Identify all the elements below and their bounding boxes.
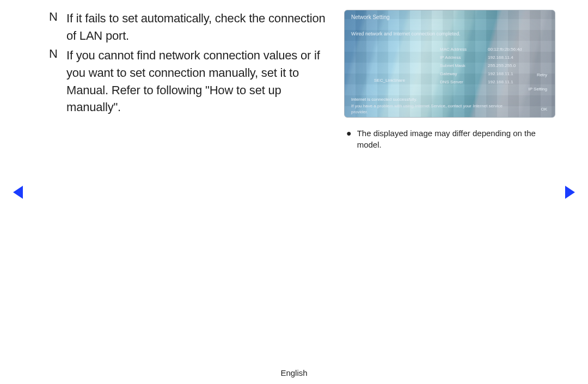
next-page-button[interactable] [564,185,576,202]
note-marker: N [49,10,66,45]
prev-page-button[interactable] [12,185,24,202]
screenshot-help-text: provider. [351,109,368,114]
table-row: Subnet Mask 255.255.255.0 [440,62,537,70]
screenshot-caption: ● The displayed image may differ dependi… [344,127,555,150]
language-label: English [0,368,588,377]
screenshot-subtitle: Wired network and Internet connection co… [351,31,461,36]
note-item: N If you cannot find network connection … [49,47,333,117]
note-text: If it fails to set automatically, check … [66,10,333,45]
screenshot-help-text: If you have a problem with using Interne… [351,103,503,108]
screenshot-title: Network Setting [351,14,390,20]
screenshot-status-text: Internet is connected successfully. [351,97,417,102]
instruction-text: N If it fails to set automatically, chec… [49,10,333,150]
table-row: IP Address 192.168.11.4 [440,53,537,62]
note-item: N If it fails to set automatically, chec… [49,10,333,45]
svg-marker-0 [13,186,23,199]
caption-text: The displayed image may differ depending… [357,127,555,150]
table-row: DNS Server 192.168.11.1 [440,78,537,86]
screenshot-ok-button: OK [541,107,547,112]
network-setting-screenshot: Network Setting Wired network and Intern… [344,10,555,118]
screenshot-retry-button: Retry [537,72,547,77]
triangle-right-icon [564,185,576,199]
triangle-left-icon [12,185,24,199]
screenshot-ipsetting-button: IP Setting [528,87,547,92]
note-marker: N [49,47,66,117]
table-row: MAC Address 00:12:fb:2b:56:4d [440,45,537,53]
screenshot-linkshare: SEC_LinkShare [374,78,405,83]
bullet-icon: ● [346,127,352,150]
screenshot-network-table: MAC Address 00:12:fb:2b:56:4d IP Address… [440,45,537,86]
note-text: If you cannot find network connection va… [66,47,333,117]
svg-marker-1 [565,186,575,199]
table-row: Gateway 192.168.11.1 [440,70,537,78]
